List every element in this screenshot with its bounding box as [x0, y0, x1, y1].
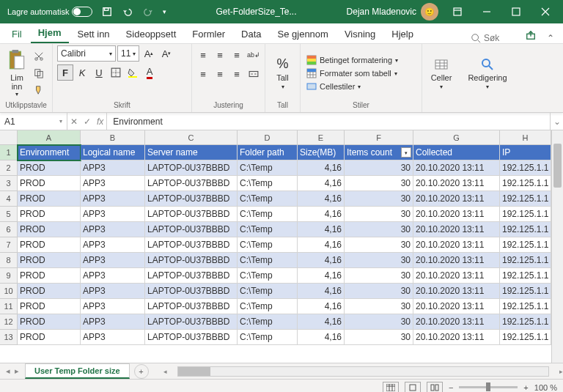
cell-F3[interactable]: 30 [345, 176, 413, 191]
page-break-view-button[interactable] [427, 382, 443, 393]
cell-C7[interactable]: LAPTOP-0U37BBBD [145, 237, 238, 253]
cells-button[interactable]: Celler ▾ [427, 50, 456, 97]
name-box[interactable]: A1 ▾ [0, 113, 67, 130]
grow-font-button[interactable]: A▴ [141, 45, 157, 62]
save-button[interactable] [97, 1, 117, 22]
cell-H11[interactable]: 192.125.1.1 [500, 299, 551, 314]
cell-H2[interactable]: 192.125.1.1 [500, 160, 551, 176]
row-header-7[interactable]: 7 [0, 237, 18, 253]
tab-file[interactable]: Fil [4, 25, 29, 43]
cell-F4[interactable]: 30 [345, 191, 413, 207]
cell-B7[interactable]: APP3 [81, 237, 145, 253]
table-header-H[interactable]: IP [500, 145, 551, 160]
align-center-button[interactable]: ≡ [212, 66, 228, 82]
cell-A2[interactable]: PROD [18, 160, 81, 176]
column-header-E[interactable]: E [298, 130, 345, 145]
row-header-12[interactable]: 12 [0, 314, 18, 330]
cell-H8[interactable]: 192.125.1.1 [500, 253, 551, 268]
row-header-9[interactable]: 9 [0, 268, 18, 284]
cell-B13[interactable]: APP3 [81, 330, 145, 345]
cell-E5[interactable]: 4,16 [298, 207, 345, 222]
sheet-tab-active[interactable]: User Temp Folder size [25, 363, 130, 379]
cell-D8[interactable]: C:\Temp [238, 253, 298, 268]
column-header-F[interactable]: F [345, 130, 413, 145]
cell-F10[interactable]: 30 [345, 284, 413, 299]
account-button[interactable]: Dejan Mladenovic 🙂 [342, 3, 443, 21]
cell-D4[interactable]: C:\Temp [238, 191, 298, 207]
cell-F13[interactable]: 30 [345, 330, 413, 345]
cell-D3[interactable]: C:\Temp [238, 176, 298, 191]
cell-G10[interactable]: 20.10.2020 13:11 [413, 284, 500, 299]
cell-D12[interactable]: C:\Temp [238, 314, 298, 330]
conditional-formatting-button[interactable]: Betinget formatering▾ [305, 54, 400, 66]
cell-B8[interactable]: APP3 [81, 253, 145, 268]
insert-function-button[interactable]: fx [97, 117, 103, 127]
row-header-6[interactable]: 6 [0, 222, 18, 237]
cell-B6[interactable]: APP3 [81, 222, 145, 237]
cell-A7[interactable]: PROD [18, 237, 81, 253]
cell-B3[interactable]: APP3 [81, 176, 145, 191]
format-as-table-button[interactable]: Formater som tabell▾ [305, 67, 400, 79]
table-header-B[interactable]: Logical name [81, 145, 145, 160]
cell-C3[interactable]: LAPTOP-0U37BBBD [145, 176, 238, 191]
cell-C2[interactable]: LAPTOP-0U37BBBD [145, 160, 238, 176]
align-left-button[interactable]: ≡ [195, 66, 211, 82]
row-header-5[interactable]: 5 [0, 207, 18, 222]
cell-E7[interactable]: 4,16 [298, 237, 345, 253]
row-header-4[interactable]: 4 [0, 191, 18, 207]
cell-E4[interactable]: 4,16 [298, 191, 345, 207]
cell-E13[interactable]: 4,16 [298, 330, 345, 345]
cell-H3[interactable]: 192.125.1.1 [500, 176, 551, 191]
tab-help[interactable]: Hjelp [384, 25, 421, 43]
merge-button[interactable] [246, 66, 262, 82]
cell-C6[interactable]: LAPTOP-0U37BBBD [145, 222, 238, 237]
tab-review[interactable]: Se gjennom [271, 25, 336, 43]
cell-C9[interactable]: LAPTOP-0U37BBBD [145, 268, 238, 284]
cell-F7[interactable]: 30 [345, 237, 413, 253]
cell-styles-button[interactable]: Cellestiler▾ [305, 81, 400, 92]
cell-F2[interactable]: 30 [345, 160, 413, 176]
zoom-out-button[interactable]: − [449, 383, 453, 392]
row-header-8[interactable]: 8 [0, 253, 18, 268]
tell-me-search[interactable] [471, 33, 519, 43]
redo-button[interactable] [138, 1, 158, 22]
cell-A12[interactable]: PROD [18, 314, 81, 330]
cell-D6[interactable]: C:\Temp [238, 222, 298, 237]
cell-C4[interactable]: LAPTOP-0U37BBBD [145, 191, 238, 207]
cell-A9[interactable]: PROD [18, 268, 81, 284]
cell-D5[interactable]: C:\Temp [238, 207, 298, 222]
maximize-button[interactable] [501, 0, 531, 23]
ribbon-options-button[interactable] [443, 0, 472, 23]
table-header-C[interactable]: Server name [145, 145, 238, 160]
cell-E10[interactable]: 4,16 [298, 284, 345, 299]
cell-E6[interactable]: 4,16 [298, 222, 345, 237]
close-button[interactable] [531, 0, 560, 23]
column-header-A[interactable]: A [18, 130, 81, 145]
row-header-3[interactable]: 3 [0, 176, 18, 191]
column-header-D[interactable]: D [238, 130, 298, 145]
underline-button[interactable]: U [91, 64, 107, 81]
border-button[interactable] [108, 64, 124, 81]
cell-G12[interactable]: 20.10.2020 13:11 [413, 314, 500, 330]
cancel-formula-button[interactable]: ✕ [70, 117, 78, 127]
cell-E3[interactable]: 4,16 [298, 176, 345, 191]
column-header-H[interactable]: H [500, 130, 551, 145]
cell-H10[interactable]: 192.125.1.1 [500, 284, 551, 299]
bold-button[interactable]: F [57, 64, 73, 81]
cell-G13[interactable]: 20.10.2020 13:11 [413, 330, 500, 345]
cell-C8[interactable]: LAPTOP-0U37BBBD [145, 253, 238, 268]
font-color-button[interactable]: A [141, 64, 158, 81]
cell-B9[interactable]: APP3 [81, 268, 145, 284]
search-input[interactable] [484, 33, 513, 43]
filter-dropdown-F[interactable]: ▾ [401, 147, 411, 158]
row-header-11[interactable]: 11 [0, 299, 18, 314]
cell-C11[interactable]: LAPTOP-0U37BBBD [145, 299, 238, 314]
cell-F11[interactable]: 30 [345, 299, 413, 314]
cell-G3[interactable]: 20.10.2020 13:11 [413, 176, 500, 191]
cell-H12[interactable]: 192.125.1.1 [500, 314, 551, 330]
cell-D10[interactable]: C:\Temp [238, 284, 298, 299]
cell-C5[interactable]: LAPTOP-0U37BBBD [145, 207, 238, 222]
cell-G9[interactable]: 20.10.2020 13:11 [413, 268, 500, 284]
cell-E11[interactable]: 4,16 [298, 299, 345, 314]
cell-H6[interactable]: 192.125.1.1 [500, 222, 551, 237]
